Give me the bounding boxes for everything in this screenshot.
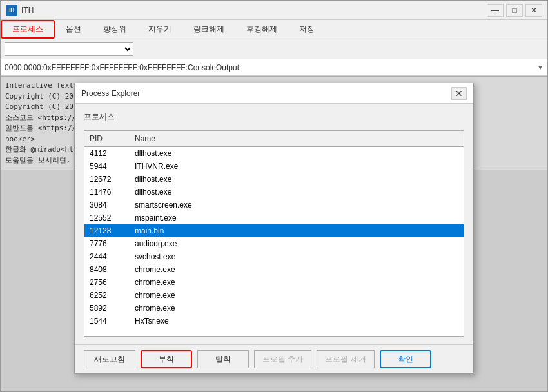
process-row[interactable]: 2756chrome.exe bbox=[84, 276, 464, 289]
process-name: HxTsr.exe bbox=[130, 316, 464, 326]
process-name: dllhost.exe bbox=[130, 148, 464, 159]
process-name: smartscreen.exe bbox=[130, 200, 464, 210]
dialog-title: Process Explorer bbox=[81, 89, 140, 98]
refresh-button[interactable]: 새로고침 bbox=[84, 350, 135, 368]
title-left: IH ITH bbox=[6, 5, 34, 16]
process-row[interactable]: 11476dllhost.exe bbox=[84, 186, 464, 199]
process-row[interactable]: 3084smartscreen.exe bbox=[84, 199, 464, 211]
process-name: dllhost.exe bbox=[130, 187, 464, 197]
process-name: main.bin bbox=[130, 226, 464, 236]
process-pid: 4112 bbox=[84, 148, 130, 159]
process-row[interactable]: 4112dllhost.exe bbox=[84, 147, 464, 160]
process-row[interactable]: 8408chrome.exe bbox=[84, 263, 464, 276]
process-name: svchost.exe bbox=[130, 251, 464, 262]
process-pid: 12552 bbox=[84, 213, 130, 223]
title-controls: — □ ✕ bbox=[487, 4, 542, 17]
menu-item-unlink[interactable]: 링크해제 bbox=[182, 20, 235, 39]
dialog-title-bar: Process Explorer ✕ bbox=[75, 83, 473, 104]
address-arrow-icon: ▼ bbox=[537, 64, 543, 71]
process-pid: 2756 bbox=[84, 277, 130, 288]
title-bar: IH ITH — □ ✕ bbox=[1, 1, 547, 20]
maximize-button[interactable]: □ bbox=[506, 4, 523, 17]
process-pid: 12672 bbox=[84, 174, 130, 184]
process-name: mspaint.exe bbox=[130, 213, 464, 223]
address-text: 0000:0000:0xFFFFFFFF:0xFFFFFFFF:0xFFFFFF… bbox=[5, 63, 534, 72]
process-row[interactable]: 2444svchost.exe bbox=[84, 250, 464, 263]
process-pid: 5892 bbox=[84, 303, 130, 313]
dialog-body: 프로세스 PID Name 4112dllhost.exe5944ITHVNR.… bbox=[75, 104, 473, 344]
process-name: dllhost.exe bbox=[130, 174, 464, 184]
col-name-header[interactable]: Name bbox=[130, 133, 464, 144]
dialog-close-button[interactable]: ✕ bbox=[451, 87, 467, 100]
dialog-overlay: Process Explorer ✕ 프로세스 PID Name 41 bbox=[1, 76, 547, 391]
process-pid: 2444 bbox=[84, 251, 130, 262]
process-row[interactable]: 12128main.bin bbox=[84, 224, 464, 237]
detach-button[interactable]: 탈착 bbox=[197, 350, 249, 368]
add_profile-button: 프로필 추가 bbox=[254, 350, 311, 368]
process-name: chrome.exe bbox=[130, 303, 464, 313]
process-pid: 8408 bbox=[84, 264, 130, 275]
process-row[interactable]: 5944ITHVNR.exe bbox=[84, 160, 464, 173]
close-button[interactable]: ✕ bbox=[525, 4, 542, 17]
process-row[interactable]: 1544HxTsr.exe bbox=[84, 315, 464, 328]
window-title: ITH bbox=[21, 6, 34, 15]
menu-item-process[interactable]: 프로세스 bbox=[1, 20, 55, 39]
toolbar-dropdown[interactable] bbox=[5, 42, 133, 56]
process-row[interactable]: 5892chrome.exe bbox=[84, 302, 464, 315]
dialog-section-title: 프로세스 bbox=[84, 112, 464, 122]
toolbar bbox=[1, 39, 547, 59]
process-row[interactable]: 12672dllhost.exe bbox=[84, 173, 464, 186]
process-pid: 6252 bbox=[84, 290, 130, 300]
process-row[interactable]: 12552mspaint.exe bbox=[84, 211, 464, 224]
process-pid: 1544 bbox=[84, 316, 130, 326]
attach-button[interactable]: 부착 bbox=[141, 350, 192, 368]
main-window: IH ITH — □ ✕ 프로세스 옵션 향상위 지우기 링크해제 후킹해제 저… bbox=[0, 0, 548, 392]
dialog-footer: 새로고침부착탈착프로필 추가프로필 제거확인 bbox=[75, 344, 473, 373]
process-row[interactable]: 7776audiodg.exe bbox=[84, 237, 464, 250]
process-list-header: PID Name bbox=[84, 131, 464, 147]
menu-item-options[interactable]: 옵션 bbox=[55, 20, 92, 39]
process-list-container: PID Name 4112dllhost.exe5944ITHVNR.exe12… bbox=[84, 130, 464, 337]
menu-item-save[interactable]: 저장 bbox=[288, 20, 326, 39]
process-pid: 11476 bbox=[84, 187, 130, 197]
address-bar: 0000:0000:0xFFFFFFFF:0xFFFFFFFF:0xFFFFFF… bbox=[1, 59, 547, 76]
process-pid: 3084 bbox=[84, 200, 130, 210]
process-name: chrome.exe bbox=[130, 277, 464, 288]
minimize-button[interactable]: — bbox=[487, 4, 504, 17]
menu-item-delete[interactable]: 지우기 bbox=[137, 20, 182, 39]
process-pid: 12128 bbox=[84, 226, 130, 236]
process-row[interactable]: 6252chrome.exe bbox=[84, 289, 464, 302]
menu-bar: 프로세스 옵션 향상위 지우기 링크해제 후킹해제 저장 bbox=[1, 20, 547, 39]
remove_profile-button: 프로필 제거 bbox=[317, 350, 374, 368]
process-list-body[interactable]: 4112dllhost.exe5944ITHVNR.exe12672dllhos… bbox=[84, 147, 464, 336]
process-pid: 5944 bbox=[84, 161, 130, 172]
confirm-button[interactable]: 확인 bbox=[380, 350, 431, 368]
process-name: chrome.exe bbox=[130, 264, 464, 275]
process-pid: 7776 bbox=[84, 239, 130, 249]
process-name: chrome.exe bbox=[130, 290, 464, 300]
process-name: audiodg.exe bbox=[130, 239, 464, 249]
col-pid-header[interactable]: PID bbox=[84, 133, 130, 144]
menu-item-upgrade[interactable]: 향상위 bbox=[92, 20, 137, 39]
process-explorer-dialog: Process Explorer ✕ 프로세스 PID Name 41 bbox=[74, 83, 474, 374]
menu-item-unhook[interactable]: 후킹해제 bbox=[235, 20, 288, 39]
process-name: ITHVNR.exe bbox=[130, 161, 464, 172]
app-icon: IH bbox=[6, 5, 17, 16]
